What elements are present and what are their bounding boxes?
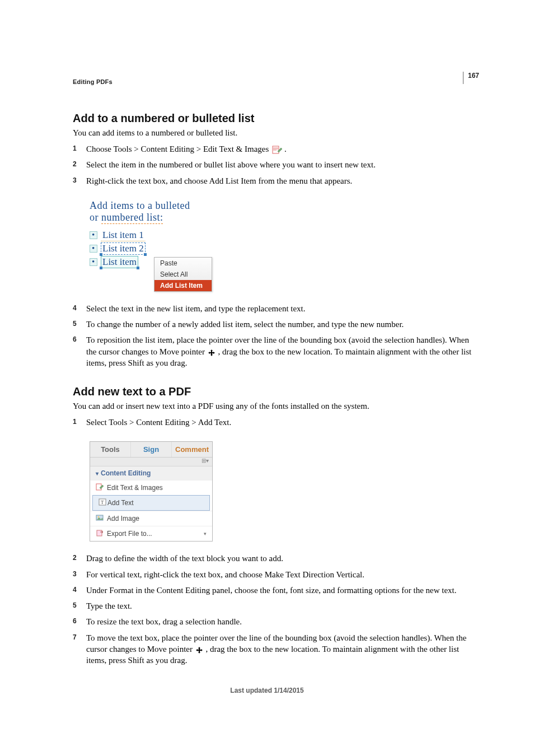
move-pointer-icon [195, 646, 204, 654]
row-add-text[interactable]: T Add Text [92, 495, 210, 511]
step-item: 4Select the text in the new list item, a… [73, 303, 481, 314]
add-image-icon [96, 514, 104, 522]
steps-list-2b: 2Drag to define the width of the text bl… [73, 553, 481, 666]
step-item: 3For vertical text, right-click the text… [73, 569, 481, 580]
page-number: 167 [463, 72, 479, 84]
svg-rect-6 [97, 530, 102, 536]
edit-text-images-icon [96, 483, 104, 491]
svg-text:T: T [101, 500, 104, 505]
bullet-icon [90, 245, 97, 253]
tab-comment[interactable]: Comment [172, 442, 212, 457]
step-item: 2Select the item in the numbered or bull… [73, 159, 481, 170]
menu-item-add-list-item[interactable]: Add List Item [154, 280, 212, 291]
section-label: Editing PDFs [73, 78, 481, 85]
step-item: 5To change the number of a newly added l… [73, 319, 481, 330]
menu-item-select-all[interactable]: Select All [154, 269, 212, 280]
tab-sign[interactable]: Sign [131, 442, 172, 457]
intro-text-2: You can add or insert new text into a PD… [73, 402, 481, 411]
move-pointer-icon [207, 348, 216, 356]
row-export-file[interactable]: Export File to... [90, 526, 212, 541]
panel-items: Edit Text & Images T Add Text Add Image … [90, 480, 212, 541]
row-edit-text-images[interactable]: Edit Text & Images [90, 480, 212, 495]
step-item: 3Right-click the text box, and choose Ad… [73, 175, 481, 186]
figure-tools-panel: Tools Sign Comment ⊞▾ Content Editing Ed… [90, 441, 213, 542]
steps-list-1: 1 Choose Tools > Content Editing > Edit … [73, 143, 481, 186]
step-item: 4Under Format in the Content Editing pan… [73, 585, 481, 596]
tab-tools[interactable]: Tools [90, 442, 131, 457]
export-file-icon [96, 529, 104, 537]
step-item: 1 Choose Tools > Content Editing > Edit … [73, 143, 481, 155]
step-item: 6 To reposition the list item, place the… [73, 334, 481, 368]
edit-text-images-icon [272, 146, 283, 155]
heading-add-new-text: Add new text to a PDF [73, 385, 481, 398]
menu-item-paste[interactable]: Paste [154, 258, 212, 269]
figure-bulleted-list: Add items to a bulleted or numbered list… [90, 200, 229, 292]
svg-rect-0 [273, 146, 279, 153]
step-item: 5Type the text. [73, 600, 481, 612]
page-footer: Last updated 1/14/2015 [0, 687, 534, 694]
step-item: 7 To move the text box, place the pointe… [73, 632, 481, 666]
svg-point-5 [98, 516, 100, 518]
bullet-icon [90, 231, 97, 239]
steps-list-1b: 4Select the text in the new list item, a… [73, 303, 481, 368]
panel-section-head[interactable]: Content Editing [90, 466, 212, 480]
step-item: 6To resize the text box, drag a selectio… [73, 616, 481, 627]
step-item: 2Drag to define the width of the text bl… [73, 553, 481, 564]
list-item: List item 1 [90, 229, 229, 241]
bullet-icon [90, 258, 97, 266]
steps-list-2a: 1Select Tools > Content Editing > Add Te… [73, 417, 481, 428]
panel-strip: ⊞▾ [90, 458, 212, 466]
intro-text-1: You can add items to a numbered or bulle… [73, 128, 481, 138]
heading-add-to-list: Add to a numbered or bulleted list [73, 112, 481, 125]
panel-tabs: Tools Sign Comment [90, 442, 212, 458]
step-item: 1Select Tools > Content Editing > Add Te… [73, 417, 481, 428]
list-item: List item 2 [90, 242, 229, 255]
add-text-icon: T [99, 498, 107, 506]
context-menu: Paste Select All Add List Item [154, 257, 212, 292]
row-add-image[interactable]: Add Image [90, 511, 212, 526]
figure-title: Add items to a bulleted or numbered list… [90, 200, 229, 223]
